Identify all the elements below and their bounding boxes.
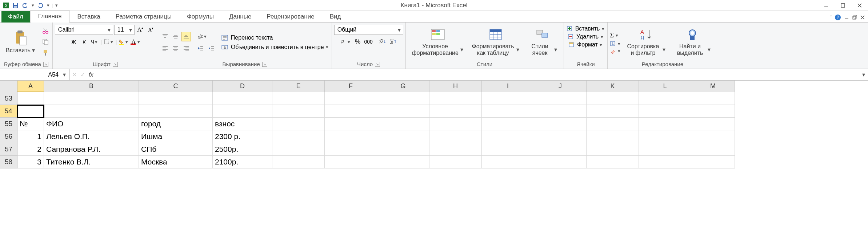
find-select-button[interactable]: Найти и выделить▾ — [670, 23, 715, 60]
doc-minimize-icon[interactable] — [844, 15, 849, 20]
cell-F53[interactable] — [325, 92, 377, 105]
cell-I55[interactable] — [482, 118, 534, 130]
tab-insert[interactable]: Вставка — [70, 11, 108, 23]
tab-view[interactable]: Вид — [323, 11, 348, 23]
sort-filter-button[interactable]: АЯ Сортировка и фильтр▾ — [621, 23, 670, 60]
cell-K58[interactable] — [587, 156, 639, 168]
cell-L54[interactable] — [639, 105, 691, 118]
name-box[interactable]: A54 ▾ — [0, 69, 70, 80]
merge-center-button[interactable]: a Объединить и поместить в центре ▾ — [221, 44, 329, 51]
doc-close-icon[interactable] — [860, 15, 865, 20]
cell-M55[interactable] — [691, 118, 735, 130]
cell-L58[interactable] — [639, 156, 691, 168]
redo-icon[interactable] — [36, 1, 44, 9]
align-left-icon[interactable] — [160, 44, 170, 53]
cut-icon[interactable] — [41, 26, 50, 36]
col-header-H[interactable]: H — [429, 81, 482, 92]
tab-formulas[interactable]: Формулы — [180, 11, 221, 23]
cell-C58[interactable]: Москва — [139, 156, 213, 168]
cell-B58[interactable]: Титенко В.Л. — [44, 156, 139, 168]
cell-J55[interactable] — [534, 118, 587, 130]
col-header-A[interactable]: A — [17, 81, 44, 92]
paste-button[interactable]: Вставить▾ — [2, 23, 39, 60]
cell-G57[interactable] — [377, 143, 429, 156]
cell-D55[interactable]: взнос — [213, 118, 272, 130]
align-right-icon[interactable] — [181, 44, 191, 53]
col-header-C[interactable]: C — [139, 81, 213, 92]
cell-H56[interactable] — [429, 130, 482, 143]
cell-D56[interactable]: 2300 р. — [213, 130, 272, 143]
cell-A57[interactable]: 2 — [17, 143, 44, 156]
increase-decimal-icon[interactable]: ,0,00 — [378, 37, 387, 46]
fill-button[interactable]: ▾ — [610, 41, 621, 46]
cell-C53[interactable] — [139, 92, 213, 105]
cell-K57[interactable] — [587, 143, 639, 156]
row-header-53[interactable]: 53 — [0, 92, 17, 105]
cell-C54[interactable] — [139, 105, 213, 118]
row-header-56[interactable]: 56 — [0, 130, 17, 143]
row-header-58[interactable]: 58 — [0, 156, 17, 168]
col-header-F[interactable]: F — [325, 81, 377, 92]
cell-B54[interactable] — [44, 105, 139, 118]
cell-I54[interactable] — [482, 105, 534, 118]
cell-B57[interactable]: Сапранова Р.Л. — [44, 143, 139, 156]
redo-dropdown-icon[interactable]: ▾ — [46, 3, 50, 8]
clipboard-dialog-launcher[interactable]: ↘ — [43, 62, 48, 67]
percent-icon[interactable]: % — [353, 37, 362, 46]
close-button[interactable] — [851, 0, 868, 11]
cell-E55[interactable] — [272, 118, 325, 130]
help-icon[interactable]: ? — [835, 14, 841, 21]
cell-M56[interactable] — [691, 130, 735, 143]
format-as-table-button[interactable]: Форматировать как таблицу▾ — [468, 23, 524, 60]
ribbon-minimize-icon[interactable]: ˇ — [830, 15, 832, 20]
cell-M57[interactable] — [691, 143, 735, 156]
cell-G54[interactable] — [377, 105, 429, 118]
cell-D54[interactable] — [213, 105, 272, 118]
col-header-K[interactable]: K — [587, 81, 639, 92]
cell-E58[interactable] — [272, 156, 325, 168]
undo-icon[interactable] — [21, 1, 29, 9]
fx-label[interactable]: fx — [89, 72, 93, 78]
number-dialog-launcher[interactable]: ↘ — [375, 62, 380, 67]
cell-D53[interactable] — [213, 92, 272, 105]
cell-J56[interactable] — [534, 130, 587, 143]
cell-F54[interactable] — [325, 105, 377, 118]
cell-C56[interactable]: Ишма — [139, 130, 213, 143]
cancel-icon[interactable]: ✕ — [72, 71, 77, 78]
cell-I58[interactable] — [482, 156, 534, 168]
cell-A53[interactable] — [17, 92, 44, 105]
row-header-57[interactable]: 57 — [0, 143, 17, 156]
orientation-icon[interactable]: ab▾ — [196, 32, 208, 41]
autosum-button[interactable]: Σ▾ — [610, 32, 621, 39]
cell-M53[interactable] — [691, 92, 735, 105]
borders-icon[interactable]: ▾ — [103, 37, 115, 46]
maximize-button[interactable] — [835, 0, 851, 11]
row-header-55[interactable]: 55 — [0, 118, 17, 130]
decrease-decimal-icon[interactable]: ,00,0 — [388, 37, 398, 46]
clear-button[interactable]: ▾ — [610, 48, 621, 54]
cell-I56[interactable] — [482, 130, 534, 143]
col-header-I[interactable]: I — [482, 81, 534, 92]
cell-H53[interactable] — [429, 92, 482, 105]
decrease-indent-icon[interactable] — [196, 44, 205, 53]
copy-icon[interactable] — [41, 37, 50, 46]
font-color-icon[interactable]: A▾ — [131, 37, 141, 46]
cell-E57[interactable] — [272, 143, 325, 156]
cell-H57[interactable] — [429, 143, 482, 156]
cell-D58[interactable]: 2100р. — [213, 156, 272, 168]
increase-indent-icon[interactable] — [207, 44, 216, 53]
insert-cells-button[interactable]: Вставить▾ — [566, 25, 605, 32]
cell-J58[interactable] — [534, 156, 587, 168]
font-size-combo[interactable]: 11▾ — [114, 25, 135, 35]
fill-color-icon[interactable]: ▾ — [118, 37, 129, 46]
decrease-font-icon[interactable]: A▾ — [146, 25, 156, 34]
cell-L53[interactable] — [639, 92, 691, 105]
tab-home[interactable]: Главная — [31, 10, 69, 23]
alignment-dialog-launcher[interactable]: ↘ — [262, 62, 267, 67]
cell-G58[interactable] — [377, 156, 429, 168]
cell-K54[interactable] — [587, 105, 639, 118]
doc-restore-icon[interactable] — [852, 15, 857, 20]
tab-data[interactable]: Данные — [222, 11, 259, 23]
cell-K53[interactable] — [587, 92, 639, 105]
file-tab[interactable]: Файл — [1, 11, 30, 23]
